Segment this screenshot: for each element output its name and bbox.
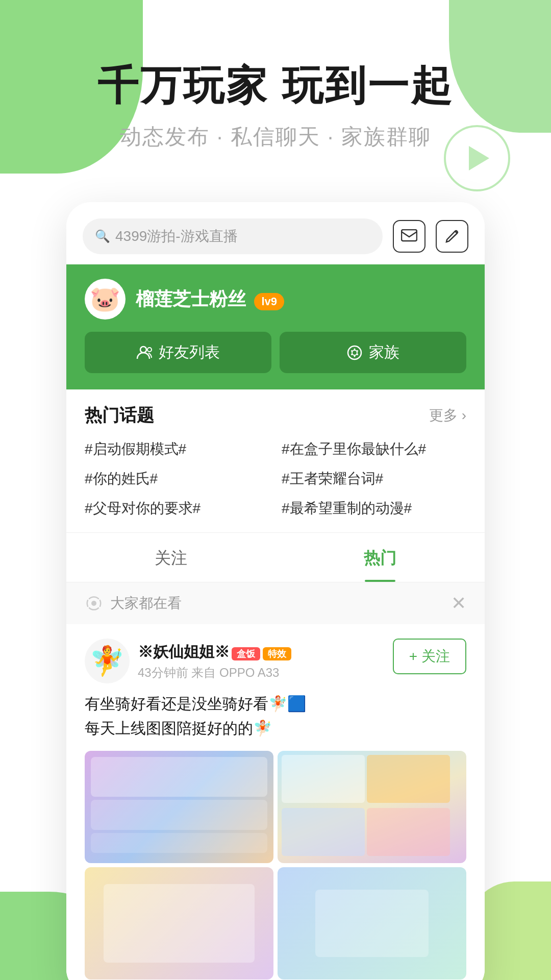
live-banner: 大家都在看 ✕ xyxy=(66,582,485,624)
post-image-1[interactable] xyxy=(85,751,273,863)
search-bar-area: 🔍 4399游拍-游戏直播 xyxy=(66,202,485,264)
post-content-line2: 每天上线图图陪挺好的的🧚🏻 xyxy=(85,720,272,737)
family-label: 家族 xyxy=(369,342,399,363)
topic-item[interactable]: #王者荣耀台词# xyxy=(282,469,466,488)
svg-point-10 xyxy=(351,350,353,352)
svg-rect-0 xyxy=(402,230,417,241)
topic-item[interactable]: #父母对你的要求# xyxy=(85,499,269,518)
live-text: 大家都在看 xyxy=(110,594,182,613)
profile-info: 🐷 榴莲芝士粉丝 lv9 xyxy=(85,279,466,320)
profile-buttons: 好友列表 家族 xyxy=(85,332,466,373)
play-watermark-icon xyxy=(444,125,510,191)
more-link[interactable]: 更多 › xyxy=(429,406,466,425)
topic-item[interactable]: #最希望重制的动漫# xyxy=(282,499,466,518)
svg-point-9 xyxy=(351,354,353,355)
post-image-4[interactable] xyxy=(278,867,466,979)
user-details: 榴莲芝士粉丝 lv9 xyxy=(136,287,284,312)
hot-topics-section: 热门话题 更多 › #启动假期模式# #在盒子里你最缺什么# #你的姓氏# #王… xyxy=(66,389,485,532)
post-image-2[interactable] xyxy=(278,751,466,863)
svg-point-8 xyxy=(354,355,356,357)
chevron-right-icon: › xyxy=(462,407,466,423)
svg-point-11 xyxy=(91,601,96,606)
post-user-info: 🧚 ※妖仙姐姐※ 盒饭 特效 43分钟前 来自 OPPO A33 xyxy=(85,639,291,683)
follow-button[interactable]: + 关注 xyxy=(393,639,466,674)
svg-point-1 xyxy=(140,347,146,353)
post-meta: 43分钟前 来自 OPPO A33 xyxy=(138,665,291,681)
svg-point-2 xyxy=(147,348,152,352)
topics-grid: #启动假期模式# #在盒子里你最缺什么# #你的姓氏# #王者荣耀台词# #父母… xyxy=(85,439,466,518)
username: 榴莲芝士粉丝 xyxy=(136,288,246,309)
friends-list-label: 好友列表 xyxy=(159,342,220,363)
search-icon: 🔍 xyxy=(95,229,109,243)
svg-point-7 xyxy=(357,354,358,355)
section-header: 热门话题 更多 › xyxy=(85,404,466,427)
post-avatar: 🧚 xyxy=(85,639,130,683)
svg-point-4 xyxy=(352,350,357,355)
search-input[interactable]: 4399游拍-游戏直播 xyxy=(115,227,238,246)
post-images xyxy=(85,751,466,979)
search-input-wrapper[interactable]: 🔍 4399游拍-游戏直播 xyxy=(83,218,383,254)
topic-item[interactable]: #在盒子里你最缺什么# xyxy=(282,439,466,459)
tabs-row: 关注 热门 xyxy=(66,532,485,582)
post-header: 🧚 ※妖仙姐姐※ 盒饭 特效 43分钟前 来自 OPPO A33 + 关注 xyxy=(85,639,466,683)
post-content-line1: 有坐骑好看还是没坐骑好看🧚🏻🟦 xyxy=(85,695,306,712)
topic-item[interactable]: #启动假期模式# xyxy=(85,439,269,459)
message-button[interactable] xyxy=(393,220,425,253)
avatar: 🐷 xyxy=(85,279,126,320)
topic-item[interactable]: #你的姓氏# xyxy=(85,469,269,488)
edit-button[interactable] xyxy=(436,220,468,253)
hero-title: 千万玩家 玩到一起 xyxy=(31,61,520,110)
tab-follow[interactable]: 关注 xyxy=(66,533,276,582)
post-image-3[interactable] xyxy=(85,867,273,979)
profile-banner: 🐷 榴莲芝士粉丝 lv9 好友列表 xyxy=(66,264,485,389)
svg-point-6 xyxy=(357,350,358,352)
level-badge: lv9 xyxy=(254,293,284,310)
tab-hot[interactable]: 热门 xyxy=(276,533,485,582)
friends-list-button[interactable]: 好友列表 xyxy=(85,332,271,373)
post-username: ※妖仙姐姐※ xyxy=(138,643,230,660)
post-username-row: ※妖仙姐姐※ 盒饭 特效 xyxy=(138,642,291,663)
phone-mockup: 🔍 4399游拍-游戏直播 🐷 榴莲芝士粉丝 lv9 xyxy=(66,202,485,980)
family-button[interactable]: 家族 xyxy=(280,332,466,373)
badge-orange: 特效 xyxy=(263,647,291,660)
live-icon xyxy=(85,594,103,612)
badge-red: 盒饭 xyxy=(232,647,260,660)
post-content: 有坐骑好看还是没坐骑好看🧚🏻🟦 每天上线图图陪挺好的的🧚🏻 xyxy=(85,692,466,741)
hot-topics-title: 热门话题 xyxy=(85,404,154,427)
svg-point-3 xyxy=(348,346,361,359)
post-item: 🧚 ※妖仙姐姐※ 盒饭 特效 43分钟前 来自 OPPO A33 + 关注 有坐… xyxy=(66,624,485,980)
post-user-details: ※妖仙姐姐※ 盒饭 特效 43分钟前 来自 OPPO A33 xyxy=(138,642,291,681)
svg-point-5 xyxy=(354,348,356,350)
close-icon[interactable]: ✕ xyxy=(451,593,466,614)
live-left: 大家都在看 xyxy=(85,594,182,613)
